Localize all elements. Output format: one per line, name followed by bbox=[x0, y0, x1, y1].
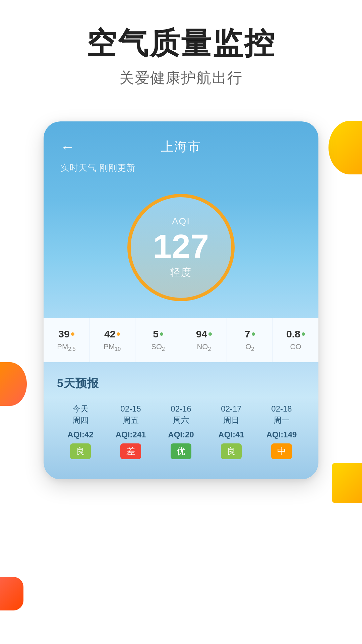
forecast-item: 02-17周日 AQI:41 良 bbox=[208, 403, 255, 459]
metric-dot bbox=[302, 332, 305, 336]
metric-value: 5 bbox=[153, 328, 159, 340]
metric-item: 5 SO2 bbox=[135, 318, 181, 362]
metric-dot bbox=[160, 332, 163, 336]
metric-item: 0.8 CO bbox=[273, 318, 318, 362]
aqi-level: 轻度 bbox=[170, 266, 192, 279]
deco-orange-bottom-left bbox=[0, 362, 27, 406]
metric-value-row: 5 bbox=[153, 328, 163, 340]
metric-value-row: 39 bbox=[58, 328, 74, 340]
metric-value: 39 bbox=[58, 328, 69, 340]
metric-value: 7 bbox=[245, 328, 250, 340]
forecast-badge: 良 bbox=[70, 443, 91, 459]
forecast-date: 02-16周六 bbox=[171, 403, 191, 426]
city-title: 上海市 bbox=[161, 138, 201, 155]
forecast-item: 02-18周一 AQI:149 中 bbox=[258, 403, 305, 459]
metric-dot bbox=[117, 332, 120, 336]
forecast-grid: 今天周四 AQI:42 良 02-15周五 AQI:241 差 02-16周六 … bbox=[57, 403, 305, 459]
metric-name: PM10 bbox=[104, 342, 121, 352]
metric-name: SO2 bbox=[151, 342, 165, 352]
metric-dot bbox=[71, 332, 74, 336]
forecast-date: 02-15周五 bbox=[120, 403, 141, 426]
metric-value: 0.8 bbox=[286, 328, 300, 340]
forecast-date: 02-18周一 bbox=[271, 403, 292, 426]
aqi-circle-container: AQI 127 轻度 bbox=[60, 184, 302, 318]
forecast-aqi: AQI:149 bbox=[266, 430, 297, 439]
forecast-section: 5天预报 今天周四 AQI:42 良 02-15周五 AQI:241 差 02-… bbox=[44, 362, 318, 479]
forecast-aqi: AQI:41 bbox=[218, 430, 244, 439]
forecast-badge: 差 bbox=[120, 443, 141, 459]
metric-value: 94 bbox=[196, 328, 207, 340]
metric-item: 94 NO2 bbox=[181, 318, 227, 362]
page-subtitle: 关爱健康护航出行 bbox=[20, 68, 342, 88]
metric-value: 42 bbox=[104, 328, 115, 340]
forecast-aqi: AQI:241 bbox=[116, 430, 146, 439]
weather-status: 实时天气 刚刚更新 bbox=[60, 162, 302, 174]
metric-item: 39 PM2.5 bbox=[44, 318, 89, 362]
forecast-item: 今天周四 AQI:42 良 bbox=[57, 403, 104, 459]
aqi-label: AQI bbox=[172, 216, 190, 227]
aqi-value: 127 bbox=[153, 229, 209, 263]
metric-value-row: 7 bbox=[245, 328, 255, 340]
page-header: 空气质量监控 关爱健康护航出行 bbox=[0, 0, 362, 108]
forecast-badge: 中 bbox=[271, 443, 292, 459]
metric-dot bbox=[208, 332, 212, 336]
forecast-aqi: AQI:20 bbox=[168, 430, 194, 439]
metric-value-row: 0.8 bbox=[286, 328, 305, 340]
metric-name: PM2.5 bbox=[57, 342, 75, 352]
deco-orange-top-right bbox=[328, 121, 362, 174]
metric-name: O2 bbox=[245, 342, 254, 352]
forecast-date: 02-17周日 bbox=[221, 403, 241, 426]
metric-name: NO2 bbox=[197, 342, 211, 352]
nav-bar: ← 上海市 bbox=[60, 138, 302, 155]
forecast-aqi: AQI:42 bbox=[67, 430, 93, 439]
page-title: 空气质量监控 bbox=[20, 27, 342, 60]
forecast-badge: 优 bbox=[171, 443, 191, 459]
aqi-circle: AQI 127 轻度 bbox=[127, 194, 235, 301]
forecast-title: 5天预报 bbox=[57, 376, 305, 391]
forecast-date: 今天周四 bbox=[72, 403, 88, 426]
metric-value-row: 94 bbox=[196, 328, 212, 340]
back-button[interactable]: ← bbox=[60, 139, 75, 155]
phone-mockup: ← 上海市 实时天气 刚刚更新 AQI 127 轻度 39 PM2.5 42 bbox=[44, 121, 318, 479]
metric-value-row: 42 bbox=[104, 328, 120, 340]
metric-dot bbox=[252, 332, 255, 336]
forecast-item: 02-15周五 AQI:241 差 bbox=[107, 403, 154, 459]
forecast-item: 02-16周六 AQI:20 优 bbox=[158, 403, 204, 459]
metric-item: 7 O2 bbox=[227, 318, 273, 362]
app-header: ← 上海市 实时天气 刚刚更新 AQI 127 轻度 bbox=[44, 121, 318, 318]
deco-red-bottom-left bbox=[0, 577, 23, 610]
app-screen: ← 上海市 实时天气 刚刚更新 AQI 127 轻度 39 PM2.5 42 bbox=[44, 121, 318, 479]
metric-name: CO bbox=[290, 342, 301, 351]
metric-item: 42 PM10 bbox=[89, 318, 135, 362]
metrics-row: 39 PM2.5 42 PM10 5 SO2 94 NO2 7 O2 0.8 bbox=[44, 318, 318, 362]
deco-yellow-bottom-right bbox=[332, 463, 362, 503]
forecast-badge: 良 bbox=[221, 443, 242, 459]
